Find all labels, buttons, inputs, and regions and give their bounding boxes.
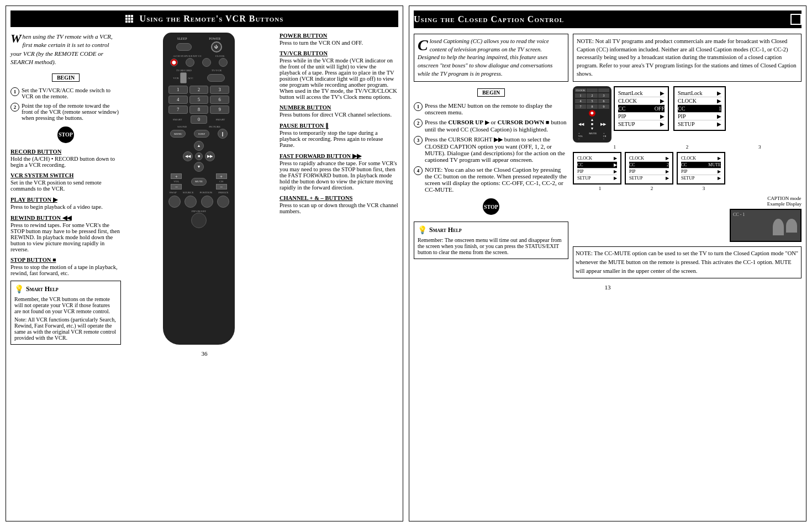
num-9[interactable]: 9 bbox=[210, 106, 229, 114]
right-begin-box: BEGIN bbox=[477, 88, 505, 97]
power-btn-section: POWER BUTTON Press to turn the VCR ON an… bbox=[280, 33, 398, 46]
num-5[interactable]: 5 bbox=[189, 96, 209, 104]
num-2[interactable]: 2 bbox=[189, 86, 209, 94]
intro-block: W hen using the TV remote with a VCR, fi… bbox=[10, 33, 121, 67]
cc-button[interactable] bbox=[202, 58, 211, 67]
tv-display-1: SmartLock▶ CLOCK▶ CCOFF PIP▶ SETUP▶ bbox=[614, 86, 669, 131]
ach-button[interactable]: ⬤ bbox=[170, 59, 178, 66]
silhouette-2 bbox=[786, 219, 797, 233]
position-button[interactable] bbox=[201, 196, 213, 208]
stop-button-remote[interactable]: ■ bbox=[195, 152, 203, 160]
channel-btn-section: CHANNEL + & – BUTTONS Press to scan up o… bbox=[280, 195, 398, 214]
tv-displays-section: CLOCK 1 2 3 4 5 bbox=[573, 86, 802, 143]
right-step-4-num: 4 bbox=[414, 166, 423, 175]
num-8[interactable]: 8 bbox=[189, 106, 209, 114]
tv-display-4: CLOCK▶ CC2 PIP▶ SETUP▶ bbox=[625, 152, 673, 185]
surf-button[interactable]: SURF bbox=[194, 130, 209, 138]
pause-btn-title: PAUSE BUTTON ‖ bbox=[280, 122, 398, 129]
remote-body: SLEEP POWER ⏻ A/CH STATUS/EXIT CC CLOCK bbox=[163, 33, 235, 345]
power-button[interactable]: ⏻ bbox=[211, 41, 222, 52]
up-button[interactable]: ▲ bbox=[194, 141, 204, 151]
status-exit-button[interactable] bbox=[186, 58, 194, 67]
num-6[interactable]: 6 bbox=[210, 96, 229, 104]
vol-plus[interactable]: + bbox=[171, 173, 182, 179]
vol-minus[interactable]: − bbox=[171, 184, 182, 189]
tvvcr-button[interactable] bbox=[207, 74, 225, 82]
tv-display-3: CLOCK▶ CC▶ PIP▶ SETUP▶ bbox=[573, 152, 621, 185]
smart-label-right: SMART bbox=[215, 118, 225, 121]
pip-onoff-button[interactable] bbox=[191, 213, 207, 228]
channel-btn-text: Press to scan up or down through the VCR… bbox=[280, 202, 398, 214]
freeze-button[interactable] bbox=[217, 196, 229, 208]
right-step-3: 3 Press the CURSOR RIGHT ▶▶ button to se… bbox=[414, 136, 568, 163]
source-button[interactable] bbox=[184, 196, 197, 208]
caption-display-section: CAPTION mode Example Display CC - 1 bbox=[573, 196, 802, 242]
step-label-6: 3 bbox=[679, 186, 728, 191]
record-section: RECORD BUTTON Hold the (A/CH) • RECORD b… bbox=[10, 149, 121, 168]
right-page: Using the Closed Caption Control Closed … bbox=[409, 6, 806, 521]
right-page-title: Using the Closed Caption Control bbox=[414, 14, 564, 24]
step-label-4: 1 bbox=[576, 186, 624, 191]
drop-cap-w: W bbox=[10, 33, 22, 45]
ch-plus[interactable]: + bbox=[216, 173, 227, 179]
pause-btn-section: PAUSE BUTTON ‖ Press to temporarily stop… bbox=[280, 122, 398, 148]
remote-top-labels: SLEEP POWER bbox=[166, 37, 231, 40]
smart-help-title: 💡 Smart Help bbox=[14, 284, 117, 294]
rewind-text: Press to rewind tapes. For some VCR's th… bbox=[10, 222, 121, 252]
tv-label: TV RECORD bbox=[176, 69, 192, 72]
note-box-top: NOTE: Not all TV programs and product co… bbox=[573, 34, 802, 82]
right-button[interactable]: ▶▶ bbox=[205, 151, 215, 161]
corner-box-icon bbox=[790, 14, 802, 25]
position-label: POSITION bbox=[199, 191, 212, 194]
number-btn-title: NUMBER BUTTON bbox=[280, 104, 398, 110]
remote-status-row: ⬤ bbox=[166, 58, 231, 67]
num-7[interactable]: 7 bbox=[168, 106, 188, 114]
intro-text: hen using the TV remote with a VCR, firs… bbox=[10, 33, 113, 65]
remote-bottom-row bbox=[166, 196, 231, 208]
step-labels-row-2: 1 2 3 bbox=[573, 186, 802, 191]
step-label-5: 2 bbox=[628, 186, 676, 191]
tvvcr-label: TV/VCR bbox=[212, 69, 222, 72]
lightbulb-icon: 💡 bbox=[14, 284, 24, 294]
num-1[interactable]: 1 bbox=[168, 86, 188, 94]
sleep-button[interactable] bbox=[176, 43, 192, 51]
left-button[interactable]: ◀◀ bbox=[183, 151, 193, 161]
pause-button[interactable]: ‖ bbox=[218, 129, 228, 139]
down-button[interactable]: ▼ bbox=[194, 162, 204, 172]
displays-row-2: CLOCK▶ CC▶ PIP▶ SETUP▶ CLOCK▶ CC2 PIP▶ S… bbox=[573, 152, 802, 185]
mute-button[interactable]: MUTE bbox=[191, 178, 207, 186]
bottom-note-text: NOTE: The CC-MUTE option can be used to … bbox=[576, 250, 798, 274]
num-4[interactable]: 4 bbox=[168, 96, 188, 104]
smart-help-box: 💡 Smart Help Remember, the VCR buttons o… bbox=[10, 281, 121, 345]
stop-section: STOP BUTTON ■ Press to stop the motion o… bbox=[10, 257, 121, 276]
menu-button[interactable]: MENU bbox=[170, 130, 186, 138]
stop-icon: STOP bbox=[57, 127, 74, 143]
ff-btn-text: Press to rapidly advance the tape. For s… bbox=[280, 160, 398, 191]
left-page-title: Using the Remote's VCR Buttons bbox=[140, 14, 284, 24]
pip-onoff-label: PIP ON/OFF bbox=[166, 210, 231, 213]
step-label-2: 2 bbox=[686, 144, 689, 150]
vcr-switch[interactable] bbox=[180, 72, 187, 83]
num-3[interactable]: 3 bbox=[210, 86, 229, 94]
remote-illustration: SLEEP POWER ⏻ A/CH STATUS/EXIT CC CLOCK bbox=[125, 33, 272, 345]
right-step-2-num: 2 bbox=[414, 119, 423, 128]
tv-display-5: CLOCK▶ CCMUTE PIP▶ SETUP▶ bbox=[677, 152, 725, 185]
num-0[interactable]: 0 bbox=[191, 115, 207, 124]
smart-help-text2: Note: All VCR functions (particularly Se… bbox=[14, 317, 117, 341]
ff-btn-title: FAST FORWARD BUTTON ▶▶ bbox=[280, 152, 398, 159]
swap-button[interactable] bbox=[168, 196, 181, 208]
cc-value-display: CC - 1 bbox=[733, 212, 745, 217]
vcr-switch-title: VCR SYSTEM SWITCH bbox=[10, 172, 121, 178]
sound-label: SOUND bbox=[177, 125, 187, 128]
step-label-3: 3 bbox=[758, 144, 761, 150]
ch-minus[interactable]: − bbox=[216, 184, 227, 189]
clock-button[interactable] bbox=[219, 58, 228, 67]
stop-text: Press to stop the motion of a tape in pl… bbox=[10, 264, 121, 276]
play-title: PLAY BUTTON ▶ bbox=[10, 196, 121, 203]
tvvcr-btn-title: TV/VCR BUTTON bbox=[280, 50, 398, 56]
smart-help-text1: Remember, the VCR buttons on the remote … bbox=[14, 296, 117, 314]
right-step-2-text: Press the bbox=[425, 119, 448, 125]
tvvcr-btn-text: Press while in the VCR mode (VCR indicat… bbox=[280, 57, 398, 100]
cursor-down-label: CURSOR DOWN ■ bbox=[497, 119, 549, 125]
cc-intro-content: losed Captioning (CC) allows you to read… bbox=[418, 38, 552, 77]
